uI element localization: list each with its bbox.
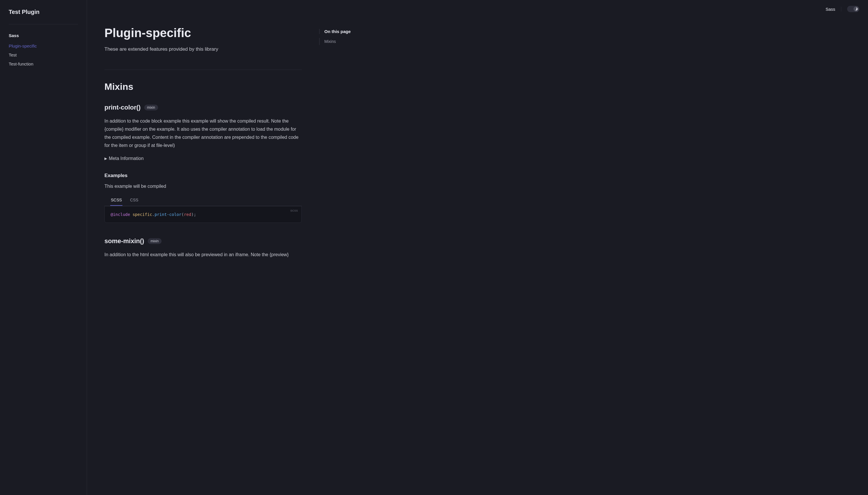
examples-heading: Examples [104, 173, 302, 178]
meta-label: Meta Information [109, 156, 144, 161]
meta-information-toggle[interactable]: ▶ Meta Information [104, 156, 302, 161]
mixin-header: print-color() mixin [104, 104, 302, 111]
code-token: specific [133, 212, 152, 217]
mixin-header: some-mixin() mixin [104, 237, 302, 245]
page-intro: These are extended features provided by … [104, 46, 302, 52]
code-block: scss @include specific.print-color(red); [104, 206, 302, 223]
toggle-knob [853, 6, 859, 12]
toc-item-mixins[interactable]: Mixins [319, 38, 371, 45]
nav-item-plugin-specific[interactable]: Plugin-specific [9, 41, 78, 50]
main-wrap: Plugin-specific These are extended featu… [87, 0, 868, 495]
tab-css[interactable]: CSS [129, 195, 139, 206]
mixin-badge: mixin [148, 238, 162, 244]
topbar-label: Sass [826, 7, 841, 12]
theme-toggle[interactable] [847, 6, 859, 12]
nav-item-test-function[interactable]: Test-function [9, 59, 78, 68]
code-tabs: SCSS CSS [104, 195, 302, 206]
section-title-mixins: Mixins [104, 82, 302, 92]
mixin-badge: mixin [144, 105, 158, 110]
nav-list: Plugin-specific Test Test-function [9, 41, 78, 68]
code-lang-label: scss [290, 209, 298, 212]
mixin-name: some-mixin() [104, 237, 144, 245]
code-token: . [152, 212, 154, 217]
topbar: Sass [826, 6, 859, 12]
toc-title: On this page [319, 29, 371, 34]
mixin-description: In addition to the code block example th… [104, 117, 302, 150]
code-token: @include [111, 212, 130, 217]
nav-item-test[interactable]: Test [9, 50, 78, 59]
code-token: ( [181, 212, 184, 217]
mixin-description: In addition to the html example this wil… [104, 251, 302, 259]
site-title: Test Plugin [9, 9, 78, 24]
code-token: print-color [154, 212, 182, 217]
moon-icon [854, 7, 858, 11]
code-token: ); [191, 212, 196, 217]
sidebar: Test Plugin Sass Plugin-specific Test Te… [0, 0, 87, 495]
tab-scss[interactable]: SCSS [110, 195, 122, 206]
mixin-name: print-color() [104, 104, 141, 111]
toc-panel: On this page Mixins [308, 0, 377, 495]
nav-heading: Sass [9, 33, 78, 38]
content: Plugin-specific These are extended featu… [99, 0, 308, 495]
page-title: Plugin-specific [104, 26, 302, 40]
code-token: red [184, 212, 191, 217]
example-caption: This example will be compiled [104, 184, 302, 189]
triangle-right-icon: ▶ [104, 156, 107, 160]
